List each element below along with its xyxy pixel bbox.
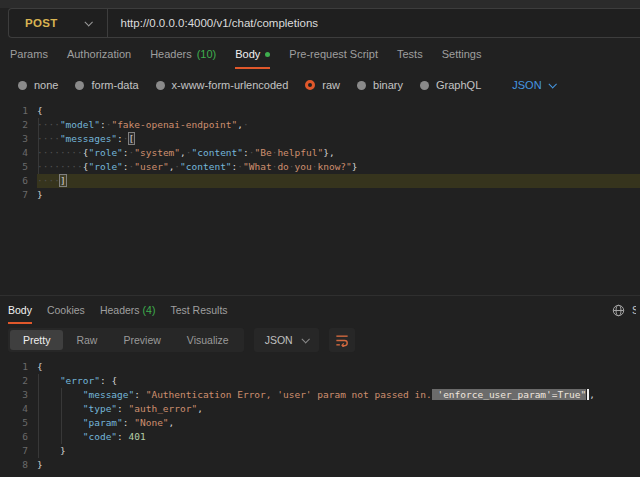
body-mode-label: x-www-form-urlencoded [172,79,289,91]
radio-icon [75,81,84,90]
view-preview[interactable]: Preview [110,330,173,350]
request-url-bar: POST http://0.0.0.0:4000/v1/chat/complet… [8,8,640,38]
request-body-editor[interactable]: 1{2····"model":·"fake-openai-endpoint",·… [0,100,640,295]
tab-label: Tests [397,48,423,60]
code-text: "param": "None", [37,416,640,430]
line-number: 6 [0,430,37,444]
code-text: } [37,444,640,458]
code-line: 2····"model":·"fake-openai-endpoint",· [0,118,640,132]
radio-icon [18,81,27,90]
line-number: 7 [0,444,37,458]
status-label-clipped: S [632,304,636,316]
body-mode-binary[interactable]: binary [357,79,403,91]
view-pretty[interactable]: Pretty [10,330,63,350]
tab-pre-request-script[interactable]: Pre-request Script [289,38,378,70]
code-text: "code": 401 [37,430,640,444]
line-number: 3 [0,388,37,402]
code-line: 1{ [0,360,640,374]
code-line: 5········{"role":·"user",·"content":·"Wh… [0,160,640,174]
tab-body[interactable]: Body [235,38,270,70]
response-tab-test-results[interactable]: Test Results [170,296,227,324]
tab-count-badge: (4) [143,304,156,316]
view-raw[interactable]: Raw [63,330,110,350]
response-tab-label: Headers [100,304,140,316]
code-line: 4········{"role":·"system",·"content":·"… [0,146,640,160]
response-format-label: JSON [265,334,293,346]
body-mode-label: binary [373,79,403,91]
globe-icon[interactable] [612,304,625,317]
method-dropdown[interactable]: POST [9,9,107,37]
tab-label: Pre-request Script [289,48,378,60]
text-cursor [587,389,589,400]
language-dropdown[interactable]: JSON [512,79,554,91]
response-tab-label: Body [8,304,32,316]
tab-tests[interactable]: Tests [397,38,423,70]
body-mode-raw[interactable]: raw [305,79,340,91]
response-tab-body[interactable]: Body [8,296,32,324]
body-mode-label: none [34,79,58,91]
code-text: "message": "Authentication Error, 'user'… [37,388,640,402]
response-tab-headers[interactable]: Headers(4) [100,296,156,324]
tab-params[interactable]: Params [10,38,48,70]
line-number: 8 [0,458,37,472]
code-text: } [37,188,640,202]
line-number: 1 [0,360,37,374]
radio-icon [357,81,366,90]
code-text: "type": "auth_error", [37,402,640,416]
body-mode-row: noneform-datax-www-form-urlencodedrawbin… [0,70,640,100]
response-format-dropdown[interactable]: JSON [254,328,319,352]
method-label: POST [25,17,58,29]
response-view-switch: PrettyRawPreviewVisualize [8,328,244,352]
body-mode-x-www-form-urlencoded[interactable]: x-www-form-urlencoded [156,79,289,91]
line-number: 5 [0,416,37,430]
response-body-editor[interactable]: 1{2 "error": {3 "message": "Authenticati… [0,356,640,473]
code-text: "error": { [37,374,640,388]
body-mode-none[interactable]: none [18,79,58,91]
tab-label: Authorization [67,48,131,60]
response-section: BodyCookiesHeaders(4)Test Results S Pret… [0,295,640,477]
code-line: 2 "error": { [0,374,640,388]
green-dot-icon [265,52,270,57]
code-text: } [37,458,640,472]
line-number: 2 [0,118,37,132]
code-text: { [37,104,640,118]
body-mode-label: raw [322,79,340,91]
tab-authorization[interactable]: Authorization [67,38,131,70]
code-text: ········{"role":·"system",·"content":·"B… [37,146,640,160]
response-tab-label: Cookies [47,304,85,316]
response-meta: S [612,304,636,317]
line-number: 6 [0,174,37,188]
code-text: { [37,360,640,374]
radio-icon [156,81,165,90]
postman-window: POST http://0.0.0.0:4000/v1/chat/complet… [0,0,640,477]
code-line: 7 } [0,444,640,458]
selected-text: 'enforce_user_param'=True" [432,389,586,400]
tab-settings[interactable]: Settings [442,38,482,70]
chevron-down-icon [548,80,556,88]
tab-headers[interactable]: Headers(10) [150,38,216,70]
line-number: 3 [0,132,37,146]
body-mode-graphql[interactable]: GraphQL [420,79,481,91]
response-tab-label: Test Results [170,304,227,316]
wrap-text-button[interactable] [329,328,355,352]
code-text: ····] [37,174,640,188]
body-mode-label: GraphQL [436,79,481,91]
body-mode-form-data[interactable]: form-data [75,79,138,91]
view-visualize[interactable]: Visualize [174,330,242,350]
tab-label: Settings [442,48,482,60]
url-input[interactable]: http://0.0.0.0:4000/v1/chat/completions [108,17,319,29]
code-line: 4 "type": "auth_error", [0,402,640,416]
code-line: 1{ [0,104,640,118]
line-number: 5 [0,160,37,174]
code-line: 6 "code": 401 [0,430,640,444]
code-text: ········{"role":·"user",·"content":·"Wha… [37,160,640,174]
response-tabs-row: BodyCookiesHeaders(4)Test Results S [0,296,640,324]
line-number: 7 [0,188,37,202]
line-number: 4 [0,402,37,416]
radio-icon [420,81,429,90]
response-toolbar: PrettyRawPreviewVisualize JSON [0,324,640,356]
response-tab-cookies[interactable]: Cookies [47,296,85,324]
wrap-text-icon [335,334,349,347]
window-top-band [0,0,640,8]
line-number: 2 [0,374,37,388]
